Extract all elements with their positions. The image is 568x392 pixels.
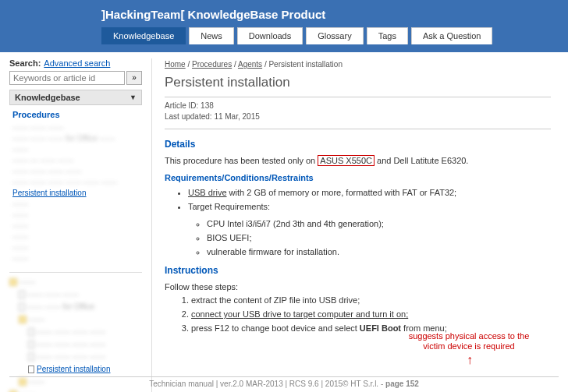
list-item: BIOS UEFI; — [207, 231, 551, 245]
list-item[interactable]: —— — [12, 242, 139, 253]
list-item[interactable]: —— — [12, 210, 139, 221]
tab-row: Knowledgebase News Downloads Glossary Ta… — [0, 27, 568, 48]
instructions-intro: Follow these steps: — [165, 281, 551, 293]
list-item[interactable]: —— — [12, 221, 139, 231]
list-item[interactable]: —— — [12, 144, 139, 155]
article-id: Article ID: 138 — [165, 101, 551, 111]
tree-node[interactable]: —— —— —— —— — [9, 338, 142, 351]
file-icon — [28, 341, 34, 348]
step-1: extract the content of ZIP file into USB… — [191, 293, 551, 307]
list-item[interactable]: —— — [12, 231, 139, 242]
text: press F12 to change boot device and sele… — [191, 323, 360, 333]
annotation-arrow-icon: ↑ — [467, 353, 473, 367]
tab-glossary[interactable]: Glossary — [306, 27, 363, 44]
tree-nav: —— —— —— —— —— —— for Office —— —— —— ——… — [9, 272, 142, 392]
step-2: connect your USB drive to target compute… — [191, 307, 551, 321]
tab-news[interactable]: News — [189, 27, 234, 44]
list-item[interactable]: —— — [12, 199, 139, 210]
list-item-persistent[interactable]: Persistent installation — [12, 188, 139, 199]
advanced-search-link[interactable]: Advanced search — [44, 58, 110, 68]
tab-downloads[interactable]: Downloads — [237, 27, 303, 44]
article-meta: Article ID: 138 Last updated: 11 Mar, 20… — [165, 101, 551, 127]
text: Target Requirements: — [188, 202, 270, 211]
breadcrumb-current: Persistent installation — [268, 60, 343, 69]
site-title: ]HackingTeam[ KnowledgeBase Product — [0, 8, 568, 27]
tree-node[interactable]: —— —— —— —— — [9, 326, 142, 338]
procedures-header[interactable]: Procedures — [9, 105, 142, 121]
file-icon — [28, 328, 34, 336]
annotation-line2: victim device is required — [423, 341, 514, 351]
list-item[interactable]: —— — [12, 253, 139, 264]
header-bar: ]HackingTeam[ KnowledgeBase Product Know… — [0, 0, 568, 52]
folder-icon — [19, 316, 27, 323]
main-content: Home / Procedures / Agents / Persistent … — [162, 58, 559, 392]
file-icon — [28, 366, 34, 373]
list-item[interactable]: —— —— —— —— — [12, 166, 139, 177]
tab-tags[interactable]: Tags — [367, 27, 408, 44]
vertical-divider — [151, 58, 152, 392]
search-button[interactable]: » — [126, 71, 142, 85]
requirements-list: USB drive with 2 GB of memory or more, f… — [165, 185, 551, 259]
search-label: Search: — [9, 58, 41, 68]
list-item: Target Requirements: CPU Intel i3/i5/i7 … — [188, 200, 551, 259]
list-item[interactable]: —— —— —— for Office —— — [12, 133, 139, 144]
instructions-heading: Instructions — [165, 259, 551, 281]
page-title: Persistent installation — [165, 75, 551, 95]
details-paragraph: This procedure has been tested only on A… — [165, 154, 551, 167]
tree-node-persistent[interactable]: Persistent installation — [9, 363, 142, 376]
list-item: CPU Intel i3/i5/i7 (2nd 3th and 4th gene… — [207, 217, 551, 231]
text: This procedure has been tested only on — [165, 156, 318, 165]
annotation-line1: suggests physical access to the — [409, 331, 530, 341]
tab-ask[interactable]: Ask a Question — [411, 27, 493, 44]
instructions-list: extract the content of ZIP file into USB… — [165, 293, 551, 335]
annotation-callout: suggests physical access to the victim d… — [395, 331, 543, 351]
tab-knowledgebase[interactable]: Knowledgebase — [101, 27, 186, 44]
breadcrumb-agents[interactable]: Agents — [238, 60, 262, 69]
kb-panel-header[interactable]: Knowledgebase ▼ — [9, 90, 142, 105]
sidebar: Search: Advanced search » Knowledgebase … — [9, 58, 142, 392]
breadcrumb-procedures[interactable]: Procedures — [192, 60, 232, 69]
details-heading: Details — [165, 132, 551, 154]
usb-drive-link[interactable]: USB drive — [188, 188, 227, 197]
list-item: vulnerable firmware for installation. — [207, 245, 551, 259]
list-item[interactable]: —— — —— —— — [12, 155, 139, 166]
chevron-down-icon: ▼ — [130, 94, 137, 101]
breadcrumb: Home / Procedures / Agents / Persistent … — [165, 60, 551, 75]
highlighted-model: ASUS X550C — [318, 155, 375, 166]
tree-node[interactable]: —— — [9, 276, 142, 288]
footer: Technician manual | ver.2.0 MAR-2013 | R… — [9, 376, 559, 390]
horizontal-rule — [165, 97, 551, 97]
tree-node[interactable]: —— —— —— — [9, 288, 142, 301]
horizontal-rule — [165, 129, 551, 129]
kb-header-label: Knowledgebase — [15, 93, 80, 102]
tree-node[interactable]: —— —— —— —— — [9, 351, 142, 363]
file-icon — [19, 291, 25, 298]
procedures-list-top: —— —— —— —— —— —— for Office —— —— —— — … — [9, 121, 142, 266]
text: and Dell Latitute E6320. — [375, 156, 468, 165]
list-item[interactable]: —— —— —— — [12, 122, 139, 133]
text: with 2 GB of memory or more, formatted w… — [227, 188, 457, 197]
breadcrumb-home[interactable]: Home — [165, 60, 186, 69]
file-icon — [28, 353, 34, 361]
sub-requirements-list: CPU Intel i3/i5/i7 (2nd 3th and 4th gene… — [188, 214, 551, 259]
tree-node[interactable]: —— —— for Office — [9, 301, 142, 313]
list-item: USB drive with 2 GB of memory or more, f… — [188, 185, 551, 200]
article-updated: Last updated: 11 Mar, 2015 — [165, 111, 551, 122]
footer-page: page 152 — [385, 380, 419, 388]
search-input[interactable] — [9, 71, 125, 85]
list-item[interactable]: —— —— —— —— —— —— — [12, 177, 139, 188]
footer-text: Technician manual | ver.2.0 MAR-2013 | R… — [149, 380, 385, 388]
folder-icon — [9, 278, 17, 286]
requirements-heading: Requirements/Conditions/Restraints — [165, 167, 551, 185]
file-icon — [19, 303, 25, 311]
tree-node[interactable]: —— — [9, 313, 142, 326]
step-2-text: connect your USB drive to target compute… — [191, 309, 408, 319]
